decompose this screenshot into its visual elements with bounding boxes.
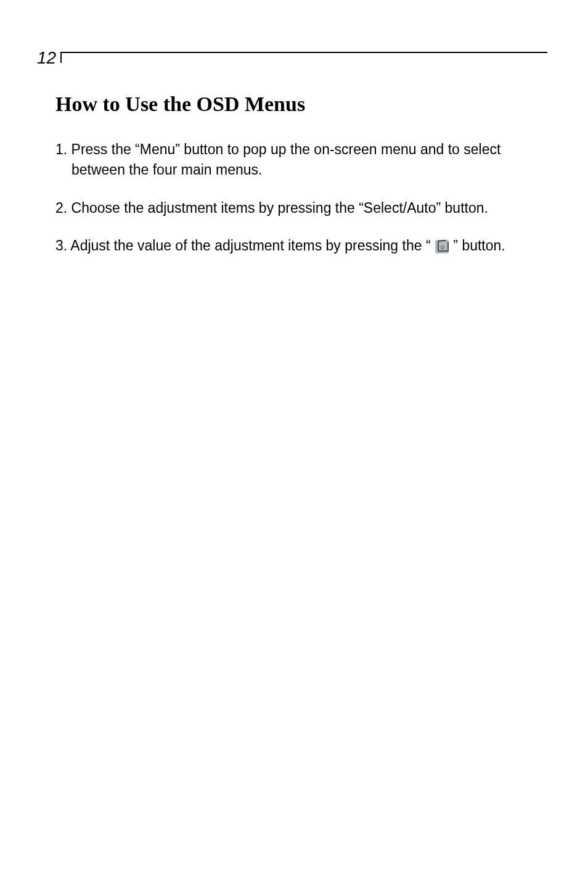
- step-3-suffix: ” button.: [453, 237, 505, 253]
- step-2: 2. Choose the adjustment items by pressi…: [55, 198, 549, 218]
- page-number: 12: [37, 48, 56, 68]
- step-1-line-1: 1. Press the “Menu” button to pop up the…: [55, 139, 549, 160]
- step-2-text: 2. Choose the adjustment items by pressi…: [55, 198, 549, 218]
- adjust-button-icon: [435, 240, 449, 253]
- step-1: 1. Press the “Menu” button to pop up the…: [55, 139, 549, 181]
- step-3-prefix: 3. Adjust the value of the adjustment it…: [55, 237, 431, 253]
- step-3: 3. Adjust the value of the adjustment it…: [55, 236, 549, 256]
- header-rule: [60, 52, 547, 53]
- content-area: How to Use the OSD Menus 1. Press the “M…: [55, 93, 549, 273]
- header-tick: [60, 52, 62, 63]
- page-title: How to Use the OSD Menus: [55, 93, 549, 116]
- step-3-line: 3. Adjust the value of the adjustment it…: [55, 236, 549, 256]
- step-1-line-2: between the four main menus.: [55, 160, 549, 180]
